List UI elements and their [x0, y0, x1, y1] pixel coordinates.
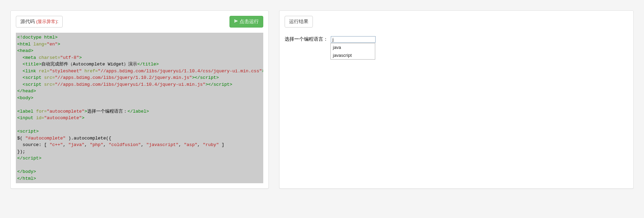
result-area: 选择一个编程语言： java javascript: [285, 33, 628, 60]
paper-plane-icon: [234, 18, 238, 25]
autocomplete-dropdown: java javascript: [330, 43, 375, 60]
source-panel-header: 源代码 (显示异常): 点击运行: [16, 16, 263, 28]
show-error-link[interactable]: (显示异常): [36, 19, 57, 24]
autocomplete-label: 选择一个编程语言：: [285, 36, 328, 42]
run-button[interactable]: 点击运行: [229, 16, 263, 28]
main-container: 源代码 (显示异常): 点击运行 <!doctype html> <html l…: [0, 0, 644, 199]
source-code-panel: 源代码 (显示异常): 点击运行 <!doctype html> <html l…: [10, 10, 269, 189]
source-label-text: 源代码: [20, 19, 35, 24]
autocomplete-row: 选择一个编程语言：: [285, 36, 628, 43]
result-button[interactable]: 运行结果: [285, 16, 313, 28]
result-panel-header: 运行结果: [285, 16, 628, 28]
run-button-label: 点击运行: [239, 19, 259, 24]
result-panel: 运行结果 选择一个编程语言： java javascript: [279, 10, 634, 189]
source-label-button[interactable]: 源代码 (显示异常):: [16, 16, 63, 28]
code-editor[interactable]: <!doctype html> <html lang="en"> <head> …: [16, 33, 263, 183]
autocomplete-input[interactable]: [331, 36, 376, 43]
autocomplete-item[interactable]: java: [331, 43, 375, 51]
source-label-colon: :: [57, 19, 59, 24]
autocomplete-item[interactable]: javascript: [331, 51, 375, 59]
